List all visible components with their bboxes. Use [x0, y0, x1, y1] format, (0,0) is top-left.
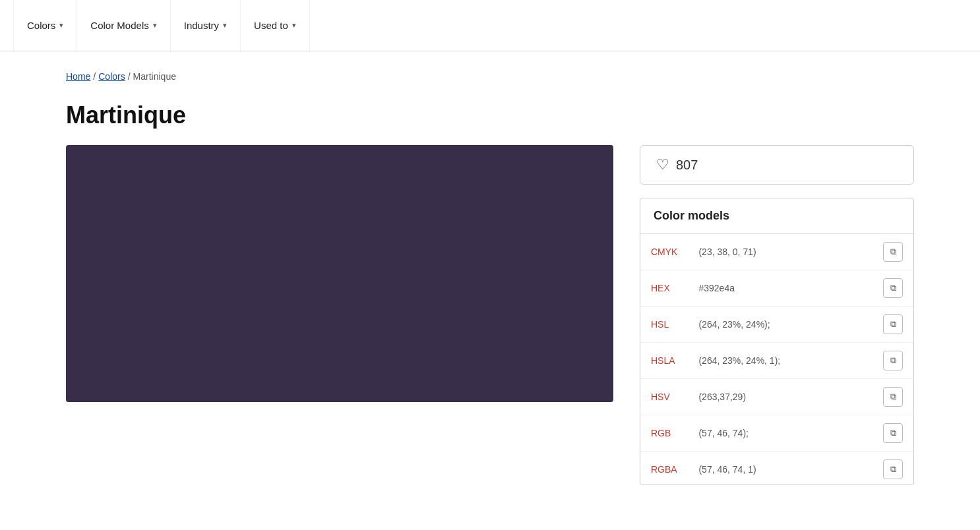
color-models-header: Color models: [640, 198, 913, 234]
model-value: (57, 46, 74);: [688, 415, 873, 452]
color-models-scroll[interactable]: CMYK(23, 38, 0, 71)⧉HEX#392e4a⧉HSL(264, …: [640, 234, 913, 485]
chevron-down-icon: ▾: [292, 21, 296, 30]
table-row: RGB(57, 46, 74);⧉: [640, 415, 913, 452]
color-models-box: Color models CMYK(23, 38, 0, 71)⧉HEX#392…: [640, 198, 914, 485]
heart-icon: ♡: [656, 156, 669, 173]
like-box[interactable]: ♡ 807: [640, 145, 914, 185]
breadcrumb-sep2: /: [128, 71, 131, 82]
copy-button[interactable]: ⧉: [883, 242, 903, 262]
color-models-table: CMYK(23, 38, 0, 71)⧉HEX#392e4a⧉HSL(264, …: [640, 234, 913, 485]
copy-button[interactable]: ⧉: [883, 423, 903, 443]
table-row: HEX#392e4a⧉: [640, 270, 913, 307]
nav-label-colors: Colors: [27, 20, 55, 31]
model-value: #392e4a: [688, 270, 873, 307]
model-label: CMYK: [640, 234, 688, 270]
copy-button[interactable]: ⧉: [883, 459, 903, 479]
nav-item-industry[interactable]: Industry ▾: [171, 0, 241, 51]
table-row: CMYK(23, 38, 0, 71)⧉: [640, 234, 913, 270]
breadcrumb: Home / Colors / Martinique: [66, 71, 914, 82]
table-row: RGBA(57, 46, 74, 1)⧉: [640, 452, 913, 485]
model-value: (264, 23%, 24%);: [688, 307, 873, 343]
table-row: HSLA(264, 23%, 24%, 1);⧉: [640, 343, 913, 379]
like-count: 807: [676, 158, 698, 173]
breadcrumb-colors[interactable]: Colors: [98, 71, 125, 82]
copy-button[interactable]: ⧉: [883, 278, 903, 298]
model-label: RGBA: [640, 452, 688, 485]
breadcrumb-current: Martinique: [133, 71, 176, 82]
nav-label-industry: Industry: [184, 20, 219, 31]
color-swatch: [66, 145, 613, 402]
nav-bar: Colors ▾ Color Models ▾ Industry ▾ Used …: [0, 0, 980, 51]
model-value: (263,37,29): [688, 379, 873, 415]
model-label: HSL: [640, 307, 688, 343]
model-value: (264, 23%, 24%, 1);: [688, 343, 873, 379]
copy-button[interactable]: ⧉: [883, 314, 903, 334]
nav-label-color-models: Color Models: [90, 20, 148, 31]
page-title: Martinique: [66, 102, 914, 129]
nav-item-color-models[interactable]: Color Models ▾: [77, 0, 170, 51]
right-panel: ♡ 807 Color models CMYK(23, 38, 0, 71)⧉H…: [640, 145, 914, 485]
breadcrumb-home[interactable]: Home: [66, 71, 90, 82]
chevron-down-icon: ▾: [59, 21, 63, 30]
model-value: (23, 38, 0, 71): [688, 234, 873, 270]
copy-button[interactable]: ⧉: [883, 387, 903, 407]
nav-label-used-to: Used to: [254, 20, 288, 31]
copy-button[interactable]: ⧉: [883, 351, 903, 370]
model-value: (57, 46, 74, 1): [688, 452, 873, 485]
chevron-down-icon: ▾: [153, 21, 157, 30]
model-label: HSV: [640, 379, 688, 415]
chevron-down-icon: ▾: [223, 21, 227, 30]
model-label: HSLA: [640, 343, 688, 379]
nav-item-used-to[interactable]: Used to ▾: [241, 0, 310, 51]
nav-item-colors[interactable]: Colors ▾: [13, 0, 77, 51]
table-row: HSV(263,37,29)⧉: [640, 379, 913, 415]
model-label: RGB: [640, 415, 688, 452]
breadcrumb-sep1: /: [93, 71, 96, 82]
main-content: Home / Colors / Martinique Martinique ♡ …: [0, 51, 980, 505]
table-row: HSL(264, 23%, 24%);⧉: [640, 307, 913, 343]
color-layout: ♡ 807 Color models CMYK(23, 38, 0, 71)⧉H…: [66, 145, 914, 485]
model-label: HEX: [640, 270, 688, 307]
